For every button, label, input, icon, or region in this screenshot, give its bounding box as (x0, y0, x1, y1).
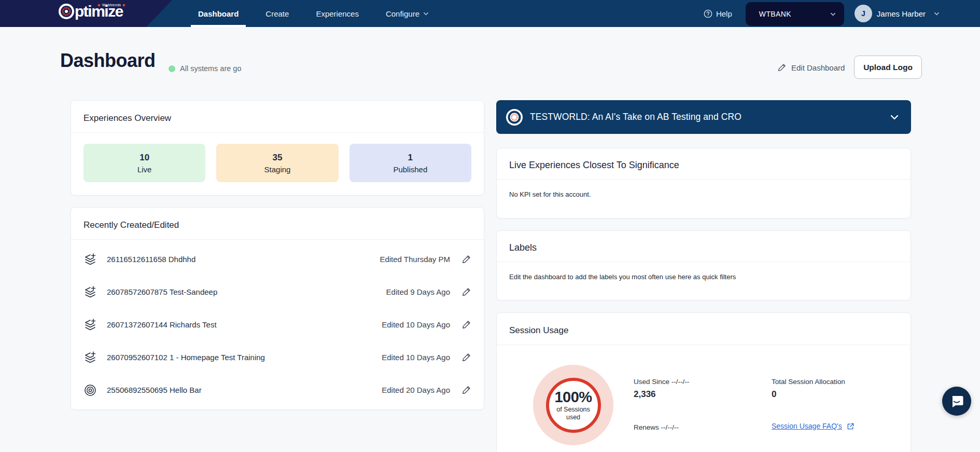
top-navbar: Webtrends ptimize Dashboard Create Exper… (0, 0, 980, 27)
user-menu[interactable]: J James Harber (855, 5, 940, 22)
card-header: Experiences Overview (71, 101, 484, 133)
target-logo-icon (59, 4, 74, 19)
card-header: Recently Created/Edited (71, 208, 484, 240)
edited-timestamp: Edited 10 Days Ago (382, 320, 450, 329)
list-item[interactable]: 26116512611658 Dhdhhd Edited Thursday PM (83, 243, 471, 276)
stats-row: 10 Live 35 Staging 1 Published (71, 133, 484, 193)
question-circle-icon (704, 9, 712, 18)
nav-item-label: Experiences (316, 9, 359, 18)
page-title: Dashboard (60, 50, 156, 72)
edited-timestamp: Edited 9 Days Ago (386, 287, 450, 296)
experiences-overview-card: Experiences Overview 10 Live 35 Staging … (71, 100, 484, 196)
experience-name: 26070952607102 1 - Homepage Test Trainin… (107, 353, 265, 362)
pencil-icon[interactable] (461, 287, 471, 297)
stat-label: Live (137, 165, 152, 174)
nav-item-dashboard[interactable]: Dashboard (198, 0, 239, 27)
brand-sub-text: Webtrends (102, 3, 121, 7)
layers-plus-icon (83, 318, 97, 332)
nav-item-create[interactable]: Create (265, 0, 289, 27)
experience-name: 26116512611658 Dhdhhd (107, 255, 195, 264)
brand-subtitle: Webtrends (98, 3, 125, 7)
edited-timestamp: Edited 10 Days Ago (382, 353, 450, 362)
dashboard-page: Webtrends ptimize Dashboard Create Exper… (0, 0, 980, 452)
left-column: Experiences Overview 10 Live 35 Staging … (71, 100, 484, 410)
stat-published[interactable]: 1 Published (349, 144, 471, 182)
banner-title: TESTWORLD: An AI's Take on AB Testing an… (530, 112, 741, 122)
chat-launcher-button[interactable] (942, 387, 971, 416)
account-selector[interactable]: WTBANK (746, 2, 844, 26)
external-link-icon (847, 422, 855, 430)
card-header: Session Usage (497, 313, 911, 345)
testworld-banner[interactable]: TESTWORLD: An AI's Take on AB Testing an… (496, 100, 911, 134)
labels-card: Labels Edit the dashboard to add the lab… (496, 230, 911, 300)
primary-nav: Dashboard Create Experiences Configure (198, 0, 429, 27)
gauge-caption-line1: of Sessions (556, 406, 590, 414)
chevron-down-icon (423, 11, 429, 17)
stat-label: Staging (264, 165, 291, 174)
significance-card: Live Experiences Closest To Significance… (496, 148, 911, 218)
status-dot-icon (169, 65, 175, 72)
layers-plus-icon (83, 351, 97, 364)
experience-name: 26071372607144 Richards Test (107, 320, 217, 329)
avatar: J (855, 5, 872, 22)
allocation-value: 0 (772, 389, 845, 400)
recently-created-card: Recently Created/Edited 26116512611658 D… (71, 207, 484, 410)
experience-name: 25506892550695 Hello Bar (107, 386, 202, 394)
stat-value: 1 (408, 153, 413, 163)
experience-name: 26078572607875 Test-Sandeep (107, 287, 217, 296)
pencil-icon[interactable] (461, 320, 471, 330)
allocation-label: Total Session Allocation (772, 378, 845, 386)
nav-item-label: Configure (386, 9, 419, 18)
nav-item-configure[interactable]: Configure (386, 0, 429, 27)
card-header: Labels (497, 231, 911, 262)
nav-item-label: Create (265, 9, 289, 18)
layers-plus-icon (83, 285, 97, 299)
stat-value: 10 (139, 153, 149, 163)
chevron-down-icon (889, 112, 900, 122)
user-name: James Harber (877, 9, 926, 18)
nav-item-experiences[interactable]: Experiences (316, 0, 359, 27)
recent-list: 26116512611658 Dhdhhd Edited Thursday PM… (71, 240, 484, 406)
used-since-block: Used Since --/--/-- 2,336 (634, 378, 689, 400)
stat-staging[interactable]: 35 Staging (216, 144, 338, 182)
card-title: Live Experiences Closest To Significance (509, 160, 898, 171)
allocation-block: Total Session Allocation 0 (772, 378, 845, 400)
list-item[interactable]: 26070952607102 1 - Homepage Test Trainin… (83, 341, 471, 374)
brand-logo[interactable]: Webtrends ptimize (59, 4, 123, 19)
target-badge-icon (506, 108, 523, 126)
empty-state-text: No KPI set for this account. (497, 180, 911, 209)
session-faq-link[interactable]: Session Usage FAQ's (772, 422, 855, 430)
red-square-icon (123, 4, 125, 6)
account-name: WTBANK (759, 10, 791, 18)
help-button[interactable]: Help (704, 9, 732, 18)
chat-bubble-icon (949, 393, 964, 409)
faq-link-text: Session Usage FAQ's (772, 422, 842, 430)
edited-timestamp: Edited Thursday PM (380, 255, 450, 264)
renews-label: Renews --/--/-- (634, 423, 679, 431)
used-since-label: Used Since --/--/-- (634, 378, 689, 386)
labels-hint-text: Edit the dashboard to add the labels you… (497, 262, 911, 292)
layers-plus-icon (83, 253, 97, 266)
target-icon (83, 383, 97, 397)
pencil-icon (777, 63, 787, 72)
system-status: All systems are go (169, 64, 241, 73)
right-column: TESTWORLD: An AI's Take on AB Testing an… (496, 100, 911, 452)
list-item[interactable]: 26078572607875 Test-Sandeep Edited 9 Day… (83, 276, 471, 308)
list-item[interactable]: 25506892550695 Hello Bar Edited 20 Days … (83, 374, 471, 406)
stat-live[interactable]: 10 Live (83, 144, 205, 182)
stat-value: 35 (273, 153, 283, 163)
status-text: All systems are go (180, 64, 241, 73)
navbar-right: Help WTBANK J James Harber (704, 0, 940, 27)
upload-logo-button[interactable]: Upload Logo (854, 56, 922, 79)
list-item[interactable]: 26071372607144 Richards Test Edited 10 D… (83, 308, 471, 341)
edit-dashboard-button[interactable]: Edit Dashboard (777, 63, 845, 72)
used-since-value: 2,336 (634, 389, 689, 400)
edited-timestamp: Edited 20 Days Ago (382, 386, 450, 394)
help-label: Help (716, 9, 732, 18)
pencil-icon[interactable] (461, 352, 471, 362)
gauge-percent: 100% (554, 389, 592, 406)
edit-dashboard-label: Edit Dashboard (791, 63, 845, 72)
pencil-icon[interactable] (461, 385, 471, 395)
card-title: Experiences Overview (83, 113, 471, 124)
pencil-icon[interactable] (461, 254, 471, 264)
